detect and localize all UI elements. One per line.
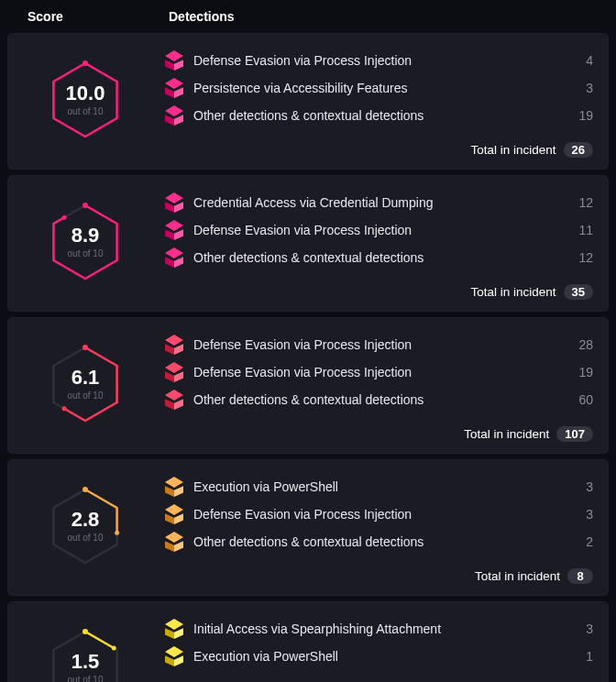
detection-label: Persistence via Accessibility Features	[193, 81, 556, 95]
svg-point-6	[82, 487, 88, 492]
detection-cube-icon	[165, 192, 183, 213]
detection-count: 12	[556, 250, 593, 265]
detection-count: 1	[556, 649, 593, 664]
incident-row[interactable]: 6.1out of 10 Defense Evasion via Process…	[7, 317, 609, 454]
detection-row[interactable]: Other detections & contextual detections…	[162, 386, 593, 413]
detection-count: 12	[556, 195, 593, 210]
score-cell: 10.0out of 10	[8, 47, 162, 158]
table-header: Score Detections	[0, 0, 616, 33]
header-detections: Detections	[169, 9, 235, 24]
total-label: Total in incident	[475, 569, 560, 583]
svg-point-5	[62, 406, 67, 411]
detection-cube-icon	[165, 78, 183, 98]
detection-count: 3	[556, 479, 593, 494]
total-label: Total in incident	[470, 285, 556, 299]
incident-total-row: Total in incident107	[162, 426, 593, 442]
detection-count: 19	[556, 108, 593, 123]
detection-count: 3	[556, 81, 593, 95]
svg-point-2	[82, 203, 88, 208]
detections-cell: Credential Access via Credential Dumping…	[162, 189, 593, 300]
detection-cube-icon	[165, 362, 183, 382]
detections-cell: Initial Access via Spearphishing Attachm…	[162, 615, 593, 682]
score-cell: 6.1out of 10	[8, 331, 162, 442]
detection-row[interactable]: Defense Evasion via Process Injection3	[162, 500, 593, 528]
total-label: Total in incident	[470, 143, 556, 157]
detection-cube-icon	[165, 619, 183, 639]
detection-row[interactable]: Credential Access via Credential Dumping…	[162, 189, 593, 216]
incident-total-row: Total in incident35	[162, 284, 593, 300]
detection-row[interactable]: Defense Evasion via Process Injection11	[162, 216, 593, 244]
detection-label: Other detections & contextual detections	[193, 250, 556, 265]
incident-row[interactable]: 8.9out of 10 Credential Access via Crede…	[7, 175, 609, 312]
svg-point-4	[82, 345, 88, 350]
detection-label: Other detections & contextual detections	[193, 108, 556, 123]
svg-point-3	[62, 215, 67, 220]
detection-label: Initial Access via Spearphishing Attachm…	[193, 622, 556, 636]
detection-row[interactable]: Other detections & contextual detections…	[162, 244, 593, 271]
detection-count: 3	[556, 622, 593, 636]
incidents-table: Score Detections 10.0out of 10 Defense E…	[0, 0, 616, 682]
svg-point-8	[82, 629, 88, 634]
detection-label: Credential Access via Credential Dumping	[193, 195, 556, 210]
total-badge: 35	[564, 284, 593, 300]
detection-count: 19	[556, 365, 593, 380]
detection-cube-icon	[165, 220, 183, 240]
detections-cell: Execution via PowerShell3 Defense Evasio…	[162, 473, 593, 584]
total-label: Total in incident	[464, 427, 549, 441]
detection-count: 28	[556, 337, 593, 352]
score-subtext: out of 10	[68, 675, 104, 682]
score-hexagon-icon: 6.1out of 10	[43, 336, 127, 432]
incident-row[interactable]: 1.5out of 10 Initial Access via Spearphi…	[7, 601, 609, 682]
score-hexagon-icon: 10.0out of 10	[43, 52, 127, 148]
detection-count: 2	[556, 534, 593, 549]
detection-cube-icon	[165, 504, 183, 524]
score-cell: 2.8out of 10	[8, 473, 162, 584]
svg-point-7	[115, 531, 119, 535]
incident-total-row: Total in incident26	[162, 142, 593, 158]
svg-point-9	[112, 646, 116, 651]
score-hexagon-icon: 8.9out of 10	[43, 194, 127, 290]
detection-cube-icon	[165, 50, 183, 71]
total-badge: 107	[556, 426, 593, 442]
detection-row[interactable]: Persistence via Accessibility Features3	[162, 74, 593, 102]
detection-cube-icon	[165, 335, 183, 355]
detection-label: Defense Evasion via Process Injection	[193, 223, 556, 237]
detection-row[interactable]: Initial Access via Spearphishing Attachm…	[162, 615, 593, 643]
score-cell: 8.9out of 10	[8, 189, 162, 300]
total-badge: 8	[567, 568, 593, 584]
header-score: Score	[0, 9, 169, 24]
score-value: 1.5	[72, 652, 100, 672]
detection-label: Defense Evasion via Process Injection	[193, 365, 556, 380]
score-subtext: out of 10	[68, 106, 104, 116]
incident-row[interactable]: 10.0out of 10 Defense Evasion via Proces…	[7, 33, 609, 170]
incident-total-row: Total in incident8	[162, 568, 593, 584]
detection-count: 60	[556, 392, 593, 407]
score-hexagon-icon: 2.8out of 10	[43, 478, 127, 574]
incident-row[interactable]: 2.8out of 10 Execution via PowerShell3 D…	[7, 459, 609, 596]
detection-row[interactable]: Defense Evasion via Process Injection4	[162, 47, 593, 74]
score-hexagon-icon: 1.5out of 10	[43, 621, 127, 682]
score-value: 10.0	[66, 83, 105, 104]
detection-row[interactable]: Other detections & contextual detections…	[162, 102, 593, 129]
detection-cube-icon	[165, 390, 183, 410]
score-value: 6.1	[72, 368, 100, 388]
score-value: 2.8	[72, 510, 100, 530]
score-cell: 1.5out of 10	[8, 615, 162, 682]
detection-cube-icon	[165, 105, 183, 126]
detection-cube-icon	[165, 646, 183, 666]
detection-count: 11	[556, 223, 593, 237]
detection-label: Defense Evasion via Process Injection	[193, 507, 556, 522]
detection-row[interactable]: Execution via PowerShell3	[162, 473, 593, 500]
detection-count: 3	[556, 507, 593, 522]
detection-row[interactable]: Defense Evasion via Process Injection19	[162, 358, 593, 386]
detections-cell: Defense Evasion via Process Injection28 …	[162, 331, 593, 442]
detection-row[interactable]: Defense Evasion via Process Injection28	[162, 331, 593, 358]
detection-count: 4	[556, 53, 593, 68]
detection-label: Other detections & contextual detections	[193, 534, 556, 549]
score-subtext: out of 10	[68, 390, 104, 401]
score-subtext: out of 10	[68, 533, 104, 543]
detection-row[interactable]: Execution via PowerShell1	[162, 643, 593, 670]
detection-row[interactable]: Other detections & contextual detections…	[162, 528, 593, 556]
detections-cell: Defense Evasion via Process Injection4 P…	[162, 47, 593, 158]
detection-label: Other detections & contextual detections	[193, 392, 556, 407]
